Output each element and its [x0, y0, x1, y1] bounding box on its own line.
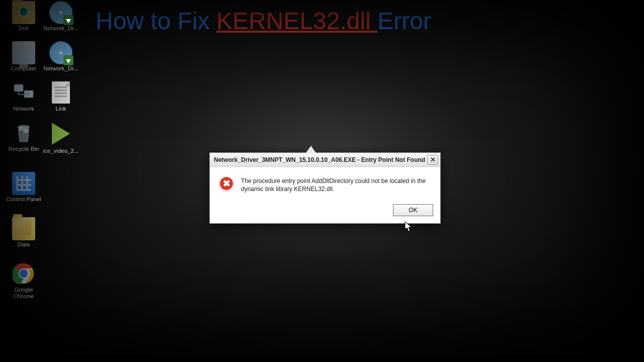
dialog-message: The procedure entry point AddDllDirector…: [241, 176, 429, 193]
computer-icon: [12, 41, 35, 64]
dialog-titlebar[interactable]: Network_Driver_3MNPT_WN_15.10.0.10_A06.E…: [210, 153, 440, 167]
desktop-icon-control-panel[interactable]: Control Panel: [5, 172, 42, 203]
icon-label: Control Panel: [5, 196, 42, 203]
title-part1: How to Fix: [96, 8, 216, 34]
folder-icon: [12, 1, 35, 24]
desktop-icon-network-driver-2[interactable]: Network_Dr...: [42, 41, 79, 72]
file-icon: [52, 81, 70, 104]
title-highlight: KERNEL32.dll: [216, 8, 377, 34]
icon-label: Data: [5, 241, 42, 248]
icon-label: ice_video_2...: [42, 148, 79, 154]
play-icon: [52, 123, 70, 145]
ok-button[interactable]: OK: [393, 204, 433, 216]
close-icon: ✕: [430, 156, 436, 163]
installer-disc-icon: [49, 1, 72, 24]
svg-point-4: [23, 128, 28, 133]
desktop-icon-recycle-bin[interactable]: Recycle Bin: [5, 122, 42, 152]
icon-label: Network: [5, 106, 42, 112]
video-title-overlay: How to Fix KERNEL32.dll Error: [96, 7, 431, 35]
icon-label: Dell: [5, 25, 42, 32]
desktop-icon-link[interactable]: Link: [42, 81, 79, 112]
svg-point-3: [19, 127, 23, 131]
icon-label: Link: [42, 106, 79, 112]
network-icon: [12, 81, 35, 105]
svg-rect-0: [14, 84, 23, 92]
icon-label: Recycle Bin: [5, 146, 42, 152]
desktop-icon-ice-video[interactable]: ice_video_2...: [42, 122, 79, 154]
desktop-icon-computer[interactable]: Computer: [5, 41, 42, 72]
desktop-icon-data[interactable]: Data: [5, 217, 42, 248]
installer-disc-icon: [49, 41, 72, 64]
desktop-icon-network[interactable]: Network: [5, 81, 42, 112]
control-panel-icon: [12, 172, 35, 195]
icon-label: Network_Dr...: [42, 25, 79, 32]
folder-icon: [12, 217, 35, 240]
icon-label: Network_Dr...: [42, 65, 79, 72]
desktop-icon-chrome[interactable]: Google Chrome: [5, 262, 42, 300]
recycle-bin-icon: [12, 122, 35, 145]
desktop-icon-dell[interactable]: Dell: [5, 1, 42, 32]
error-dialog: Network_Driver_3MNPT_WN_15.10.0.10_A06.E…: [209, 152, 441, 224]
title-part2: Error: [377, 8, 431, 34]
desktop-icon-network-driver-1[interactable]: Network_Dr...: [42, 1, 79, 32]
error-icon: ✖: [219, 176, 234, 191]
callout-notch: [306, 146, 316, 153]
icon-label: Google Chrome: [5, 287, 42, 300]
chrome-icon: [12, 262, 35, 286]
close-button[interactable]: ✕: [427, 155, 438, 165]
dialog-title: Network_Driver_3MNPT_WN_15.10.0.10_A06.E…: [214, 156, 425, 163]
